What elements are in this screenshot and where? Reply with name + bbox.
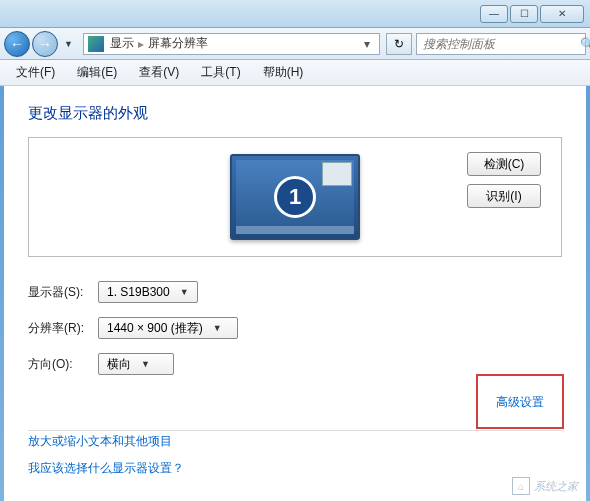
breadcrumb[interactable]: 显示 ▸ 屏幕分辨率 ▾: [83, 33, 380, 55]
which-display-link[interactable]: 我应该选择什么显示器设置？: [28, 460, 184, 477]
settings-form: 显示器(S): 1. S19B300 ▼ 分辨率(R): 1440 × 900 …: [28, 281, 562, 375]
display-preview: 1 检测(C) 识别(I): [28, 137, 562, 257]
advanced-settings-highlight: 高级设置: [476, 374, 564, 429]
chevron-down-icon: ▼: [141, 359, 150, 369]
maximize-button[interactable]: ☐: [510, 5, 538, 23]
page-title: 更改显示器的外观: [28, 104, 562, 123]
display-value: 1. S19B300: [107, 285, 170, 299]
chevron-down-icon[interactable]: ▼: [64, 39, 73, 49]
menu-bar: 文件(F) 编辑(E) 查看(V) 工具(T) 帮助(H): [0, 60, 590, 86]
display-label: 显示器(S):: [28, 284, 98, 301]
breadcrumb-current[interactable]: 屏幕分辨率: [148, 35, 208, 52]
orientation-row: 方向(O): 横向 ▼: [28, 353, 562, 375]
breadcrumb-separator-icon: ▸: [138, 37, 144, 51]
control-panel-icon: [88, 36, 104, 52]
detect-button[interactable]: 检测(C): [467, 152, 541, 176]
search-icon[interactable]: 🔍: [580, 37, 590, 51]
display-row: 显示器(S): 1. S19B300 ▼: [28, 281, 562, 303]
content-area: 更改显示器的外观 1 检测(C) 识别(I) 显示器(S): 1. S19B30…: [4, 86, 586, 501]
menu-file[interactable]: 文件(F): [8, 61, 63, 84]
close-button[interactable]: ✕: [540, 5, 584, 23]
resolution-label: 分辨率(R):: [28, 320, 98, 337]
forward-button[interactable]: →: [32, 31, 58, 57]
menu-view[interactable]: 查看(V): [131, 61, 187, 84]
watermark-text: 系统之家: [534, 479, 578, 494]
window-titlebar: — ☐ ✕: [0, 0, 590, 28]
display-dropdown[interactable]: 1. S19B300 ▼: [98, 281, 198, 303]
search-box: 🔍: [416, 33, 586, 55]
resolution-dropdown[interactable]: 1440 × 900 (推荐) ▼: [98, 317, 238, 339]
orientation-dropdown[interactable]: 横向 ▼: [98, 353, 174, 375]
monitor-taskbar-icon: [236, 226, 354, 234]
navigation-bar: ← → ▼ 显示 ▸ 屏幕分辨率 ▾ ↻ 🔍: [0, 28, 590, 60]
watermark-icon: ⌂: [512, 477, 530, 495]
monitor-number-badge: 1: [274, 176, 316, 218]
back-button[interactable]: ←: [4, 31, 30, 57]
menu-edit[interactable]: 编辑(E): [69, 61, 125, 84]
orientation-value: 横向: [107, 356, 131, 373]
search-input[interactable]: [417, 37, 580, 51]
identify-button[interactable]: 识别(I): [467, 184, 541, 208]
watermark: ⌂ 系统之家: [512, 477, 578, 495]
resolution-value: 1440 × 900 (推荐): [107, 320, 203, 337]
menu-tools[interactable]: 工具(T): [193, 61, 248, 84]
chevron-down-icon: ▼: [213, 323, 222, 333]
resolution-row: 分辨率(R): 1440 × 900 (推荐) ▼: [28, 317, 562, 339]
menu-help[interactable]: 帮助(H): [255, 61, 312, 84]
divider: [28, 430, 562, 431]
breadcrumb-root[interactable]: 显示: [110, 35, 134, 52]
refresh-button[interactable]: ↻: [386, 33, 412, 55]
monitor-thumbnail[interactable]: 1: [230, 154, 360, 240]
advanced-settings-link[interactable]: 高级设置: [496, 395, 544, 409]
orientation-label: 方向(O):: [28, 356, 98, 373]
breadcrumb-dropdown-icon[interactable]: ▾: [359, 37, 375, 51]
minimize-button[interactable]: —: [480, 5, 508, 23]
monitor-window-icon: [322, 162, 352, 186]
bottom-links: 放大或缩小文本和其他项目 我应该选择什么显示器设置？: [28, 433, 184, 477]
text-size-link[interactable]: 放大或缩小文本和其他项目: [28, 433, 184, 450]
chevron-down-icon: ▼: [180, 287, 189, 297]
